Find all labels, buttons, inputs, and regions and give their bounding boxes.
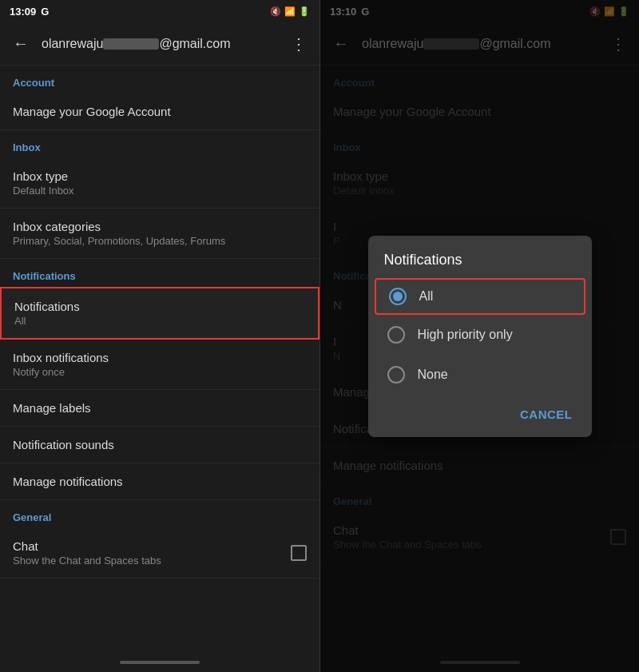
inbox-categories-left[interactable]: Inbox categories Primary, Social, Promot… (0, 209, 320, 259)
status-bar-left: 13:09 G 🔇 📶 🔋 (0, 0, 320, 22)
manage-labels-left[interactable]: Manage labels (0, 390, 320, 427)
dialog-option-high-priority[interactable]: High priority only (368, 315, 592, 355)
radio-high-priority (387, 326, 405, 344)
radio-inner-all (393, 292, 403, 301)
battery-icon-left: 🔋 (299, 6, 310, 17)
menu-button-left[interactable]: ⋮ (284, 28, 313, 60)
home-indicator-left (0, 653, 320, 672)
section-label-general-left: General (0, 500, 320, 528)
inbox-type-left[interactable]: Inbox type Default Inbox (0, 158, 320, 209)
notification-sounds-left[interactable]: Notification sounds (0, 427, 320, 463)
section-label-notifications-left: Notifications (0, 259, 320, 287)
manage-google-account-left[interactable]: Manage your Google Account (0, 93, 320, 130)
top-bar-left: ← olanrewaju@gmail.com ⋮ (0, 22, 320, 66)
dialog-title: Notifications (368, 236, 592, 278)
cancel-button[interactable]: Cancel (510, 401, 582, 427)
dialog-overlay: Notifications All High priority only Non… (320, 0, 639, 672)
signal-icon-left: 📶 (284, 6, 296, 17)
radio-none (387, 366, 405, 384)
right-panel: 13:10 G 🔇 📶 🔋 ← olanrewaju@gmail.com ⋮ A… (320, 0, 639, 672)
chat-checkbox-left[interactable] (291, 545, 307, 561)
mute-icon-left: 🔇 (270, 6, 281, 17)
option-all-label: All (419, 289, 434, 304)
left-panel: 13:09 G 🔇 📶 🔋 ← olanrewaju@gmail.com ⋮ A… (0, 0, 320, 672)
notifications-setting-left[interactable]: Notifications All (0, 287, 320, 340)
section-label-inbox-left: Inbox (0, 130, 320, 158)
email-redact-left (103, 38, 159, 50)
back-button-left[interactable]: ← (6, 28, 35, 59)
settings-list-left: Account Manage your Google Account Inbox… (0, 66, 320, 653)
dialog-actions: Cancel (368, 395, 592, 437)
inbox-notifications-left[interactable]: Inbox notifications Notify once (0, 340, 320, 390)
time-left: 13:09 (10, 6, 36, 18)
carrier-left: G (41, 6, 49, 18)
dialog-option-none[interactable]: None (368, 355, 592, 395)
manage-notifications-left[interactable]: Manage notifications (0, 463, 320, 500)
section-label-account-left: Account (0, 66, 320, 93)
notifications-dialog: Notifications All High priority only Non… (368, 236, 592, 437)
radio-all (389, 288, 407, 305)
option-high-priority-label: High priority only (418, 328, 513, 342)
chat-left[interactable]: Chat Show the Chat and Spaces tabs (0, 528, 320, 579)
email-left: olanrewaju@gmail.com (42, 37, 278, 51)
option-none-label: None (418, 368, 448, 382)
dialog-option-all[interactable]: All (375, 278, 585, 315)
